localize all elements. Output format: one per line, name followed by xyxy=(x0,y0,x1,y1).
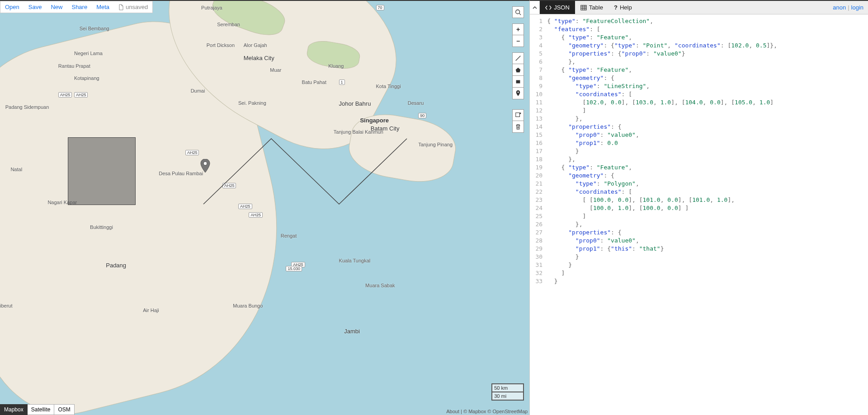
place-label: Jambi xyxy=(344,328,360,335)
polygon-icon xyxy=(515,67,521,73)
unsaved-indicator: unsaved xyxy=(114,1,152,13)
road-badge: AH25 xyxy=(58,92,72,98)
search-button[interactable] xyxy=(512,6,524,18)
svg-line-3 xyxy=(516,56,521,61)
place-label: Tanjung Balai Karimun xyxy=(334,129,383,135)
draw-rectangle-button[interactable] xyxy=(512,76,524,88)
search-tools xyxy=(512,6,524,18)
draw-marker-button[interactable] xyxy=(512,88,524,99)
new-link[interactable]: New xyxy=(46,1,67,13)
place-label: Seremban xyxy=(217,22,240,27)
chevron-up-icon xyxy=(533,5,537,10)
place-label: Kota Tinggi xyxy=(376,84,401,89)
layer-satellite[interactable]: Satellite xyxy=(28,404,55,415)
place-label: Port Dickson xyxy=(207,42,235,48)
place-label: Muara Bungo xyxy=(233,303,263,308)
place-label: Melaka City xyxy=(244,55,274,61)
meta-link[interactable]: Meta xyxy=(92,1,114,13)
tab-help-label: Help xyxy=(620,4,632,11)
svg-point-6 xyxy=(518,91,519,93)
code-editor[interactable]: 1234567891011121314151617181920212223242… xyxy=(530,14,868,415)
rectangle-icon xyxy=(515,79,521,85)
mapbox-link[interactable]: © Mapbox xyxy=(463,409,486,414)
unsaved-label: unsaved xyxy=(126,4,148,10)
map-canvas[interactable]: Putrajaya Seremban Port Dickson Alor Gaj… xyxy=(0,1,529,415)
svg-marker-4 xyxy=(516,67,521,72)
tab-json[interactable]: JSON xyxy=(540,1,575,14)
save-link[interactable]: Save xyxy=(24,1,47,13)
place-label: Rengat xyxy=(281,233,297,238)
feature-polygon[interactable] xyxy=(68,137,136,205)
place-label: Sei. Pakning xyxy=(238,100,266,106)
place-label: Alor Gajah xyxy=(244,42,267,48)
auth-links: anon | login xyxy=(828,1,868,14)
draw-polygon-button[interactable] xyxy=(512,64,524,76)
road-badge: AH25 xyxy=(222,183,236,188)
draw-tools xyxy=(512,52,524,99)
zoom-in-button[interactable]: + xyxy=(512,23,524,35)
auth-separator: | xyxy=(848,4,849,11)
trash-icon xyxy=(515,124,521,130)
road-badge: 70 xyxy=(376,5,384,10)
tab-table-label: Table xyxy=(589,4,603,11)
draw-line-button[interactable] xyxy=(512,52,524,64)
tab-json-label: JSON xyxy=(554,4,570,11)
osm-link[interactable]: © OpenStreetMap xyxy=(487,409,528,414)
place-label: Putrajaya xyxy=(201,5,222,10)
road-badge: 15.030 xyxy=(286,266,302,271)
about-link[interactable]: About xyxy=(446,409,459,414)
place-label: Rantau Prapat xyxy=(58,63,90,69)
collapse-pane-button[interactable] xyxy=(530,1,540,14)
zoom-out-button[interactable]: − xyxy=(512,35,524,47)
place-label: Natal xyxy=(10,167,22,172)
table-icon xyxy=(580,5,587,11)
zoom-tools: + − xyxy=(512,23,524,47)
place-label: Bukittinggi xyxy=(90,224,113,230)
place-label: Kotapinang xyxy=(74,75,99,81)
place-label: iberut xyxy=(0,303,13,308)
place-label: Desa Pulau Rambai xyxy=(159,171,203,176)
place-label: Padang Sidempuan xyxy=(5,104,49,110)
scale-bar: 50 km 30 mi xyxy=(491,383,524,401)
file-menu: Open Save New Share Meta unsaved xyxy=(0,1,153,13)
scale-mi: 30 mi xyxy=(491,392,524,401)
line-icon xyxy=(515,55,521,61)
open-link[interactable]: Open xyxy=(0,1,24,13)
feature-point-marker[interactable] xyxy=(200,159,211,174)
place-label: Desaru xyxy=(408,100,424,106)
place-label: Muara Sabak xyxy=(365,283,395,288)
svg-rect-7 xyxy=(516,113,520,117)
editor-tabs: JSON Table ? Help anon | login xyxy=(530,1,868,14)
layer-switcher: Mapbox Satellite OSM xyxy=(0,404,75,415)
road-badge: AH25 xyxy=(249,212,263,218)
place-label: Singapore xyxy=(360,117,389,124)
layer-osm[interactable]: OSM xyxy=(54,404,74,415)
svg-point-1 xyxy=(516,10,520,14)
layer-mapbox[interactable]: Mapbox xyxy=(0,404,28,415)
road-badge: 90 xyxy=(418,113,426,118)
svg-rect-8 xyxy=(581,5,586,10)
anon-link[interactable]: anon xyxy=(833,4,846,11)
delete-layers-button[interactable] xyxy=(512,121,524,133)
place-label: Johor Bahru xyxy=(339,100,371,107)
place-label: Kluang xyxy=(328,63,344,69)
map-pane[interactable]: Putrajaya Seremban Port Dickson Alor Gaj… xyxy=(0,0,529,415)
tab-table[interactable]: Table xyxy=(575,1,609,14)
editor-pane: JSON Table ? Help anon | login 123456789… xyxy=(529,0,868,415)
marker-icon xyxy=(515,90,521,97)
road-badge: AH25 xyxy=(74,92,88,98)
login-link[interactable]: login xyxy=(851,4,863,11)
share-link[interactable]: Share xyxy=(67,1,92,13)
line-number-gutter: 1234567891011121314151617181920212223242… xyxy=(530,14,545,415)
place-label: Sei Bembang xyxy=(80,26,109,31)
svg-point-0 xyxy=(203,162,207,165)
scale-km: 50 km xyxy=(491,383,524,392)
attribution: About | © Mapbox © OpenStreetMap xyxy=(446,409,528,414)
code-icon xyxy=(545,5,552,11)
place-label: Dumai xyxy=(191,88,205,93)
edit-tools xyxy=(512,109,524,133)
place-label: Tanjung Pinang xyxy=(418,142,453,147)
tab-help[interactable]: ? Help xyxy=(609,1,637,14)
code-content[interactable]: { "type": "FeatureCollection", "features… xyxy=(545,14,868,415)
edit-layers-button[interactable] xyxy=(512,109,524,121)
